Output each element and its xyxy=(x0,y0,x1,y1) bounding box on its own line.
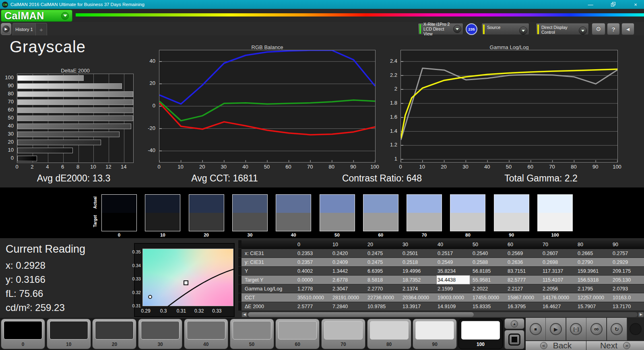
table-cell[interactable]: 2.6778 xyxy=(332,276,367,284)
source-dropdown[interactable]: Source xyxy=(481,23,529,35)
table-cell[interactable]: 0.2929 xyxy=(612,258,644,266)
patch-window-size-button[interactable] xyxy=(504,330,524,349)
table-cell[interactable]: 205.130 xyxy=(612,276,644,284)
collapse-panel-button[interactable]: ◀ xyxy=(621,23,634,35)
close-button[interactable]: × xyxy=(630,2,641,8)
table-cell[interactable]: 56.8185 xyxy=(472,267,507,275)
table-cell[interactable]: 10163.0 xyxy=(612,293,644,302)
scroll-right-icon[interactable]: ▶ xyxy=(638,312,644,317)
patch-button-20[interactable]: 20 xyxy=(92,319,136,349)
patch-button-80[interactable]: 80 xyxy=(367,319,411,349)
table-cell[interactable]: 16.3795 xyxy=(507,302,542,311)
table-cell[interactable]: 2.2127 xyxy=(507,284,542,293)
patch-button-50[interactable]: 50 xyxy=(230,319,274,349)
patch-button-60[interactable]: 60 xyxy=(275,319,320,349)
minimize-button[interactable]: — xyxy=(585,2,596,8)
table-cell[interactable]: 10.9785 xyxy=(367,302,402,311)
table-row-handle[interactable] xyxy=(238,302,242,311)
table-cell[interactable]: 0.2357 xyxy=(297,258,332,266)
help-button[interactable]: ? xyxy=(607,23,620,35)
continuous-button[interactable]: ∞ xyxy=(586,318,607,340)
table-cell[interactable]: 0.2409 xyxy=(332,258,367,266)
table-cell[interactable]: 0.2588 xyxy=(472,258,507,266)
table-cell[interactable]: 1.3442 xyxy=(332,267,367,275)
table-row-handle[interactable] xyxy=(238,267,242,276)
play-button[interactable]: ▶ xyxy=(546,318,566,340)
table-cell[interactable]: 2.5777 xyxy=(297,302,332,311)
table-cell[interactable]: 16.4627 xyxy=(542,302,577,311)
layout-expander-button[interactable]: ▶ xyxy=(1,23,11,35)
table-row-handle[interactable] xyxy=(238,249,242,258)
table-cell[interactable]: 13.3917 xyxy=(402,302,437,311)
settings-button[interactable]: ⚙ xyxy=(592,23,605,35)
table-cell[interactable]: 18.7352 xyxy=(402,276,437,284)
table-cell[interactable]: 0.2475 xyxy=(367,258,402,266)
restore-button[interactable] xyxy=(608,2,618,8)
table-cell[interactable]: 19.4996 xyxy=(402,267,437,275)
table-row-handle[interactable] xyxy=(238,258,242,267)
table-cell[interactable]: 0.2790 xyxy=(577,258,612,266)
table-cell[interactable]: 12257.0000 xyxy=(577,293,612,302)
table-cell[interactable]: 0.2501 xyxy=(402,249,437,257)
table-cell[interactable]: 1.2778 xyxy=(297,284,332,293)
table-cell[interactable]: 82.5777 xyxy=(507,276,542,284)
table-cell[interactable]: 2.3047 xyxy=(332,284,367,293)
table-cell[interactable]: 2.2022 xyxy=(472,284,507,293)
table-cell[interactable]: 2.0793 xyxy=(612,284,644,293)
table-cell[interactable]: 2.2770 xyxy=(367,284,402,293)
table-cell[interactable]: 13.7170 xyxy=(612,302,644,311)
table-cell[interactable]: 0.2420 xyxy=(332,249,367,257)
table-cell[interactable]: 34.4438 xyxy=(437,276,470,284)
table-cell[interactable]: 0.2518 xyxy=(402,258,437,266)
table-cell[interactable]: 35.8234 xyxy=(437,267,472,275)
patch-button-10[interactable]: 10 xyxy=(47,319,91,349)
table-cell[interactable]: 15867.0000 xyxy=(507,293,542,302)
patch-size-up-button[interactable]: ▲ xyxy=(504,318,524,329)
tab-add-button[interactable]: + xyxy=(36,23,47,35)
table-cell[interactable]: 8.5818 xyxy=(367,276,402,284)
table-cell[interactable]: 28191.0000 xyxy=(332,293,367,302)
table-cell[interactable]: 6.6395 xyxy=(367,267,402,275)
meter-dropdown[interactable]: X-Rite i1Pro 2LCD Direct View xyxy=(418,23,463,35)
table-cell[interactable]: 115.4107 xyxy=(542,276,577,284)
table-cell[interactable]: 117.3137 xyxy=(542,267,577,275)
patch-button-70[interactable]: 70 xyxy=(321,319,365,349)
table-cell[interactable]: 0.2475 xyxy=(367,249,402,257)
table-cell[interactable]: 83.7151 xyxy=(507,267,542,275)
table-cell[interactable]: 15.8335 xyxy=(472,302,507,311)
table-row-handle[interactable] xyxy=(238,284,242,293)
patch-button-30[interactable]: 30 xyxy=(138,319,182,349)
table-cell[interactable]: 15.7907 xyxy=(577,302,612,311)
table-cell[interactable]: 17455.0000 xyxy=(472,293,507,302)
table-cell[interactable]: 0.2540 xyxy=(472,249,507,257)
back-button[interactable]: « Back xyxy=(526,341,586,350)
table-cell[interactable]: 0.2549 xyxy=(437,258,472,266)
patch-button-0[interactable]: 0 xyxy=(1,319,45,349)
table-cell[interactable]: 14176.0000 xyxy=(542,293,577,302)
table-cell[interactable]: 7.2840 xyxy=(332,302,367,311)
table-cell[interactable]: 0.4002 xyxy=(297,267,332,275)
scrollbar-track[interactable] xyxy=(248,312,638,317)
table-cell[interactable]: 14.9109 xyxy=(437,302,472,311)
table-cell[interactable]: 209.175 xyxy=(612,267,644,275)
table-cell[interactable]: 0.2636 xyxy=(507,258,542,266)
table-cell[interactable]: 35510.0000 xyxy=(297,293,332,302)
scrollbar-thumb[interactable] xyxy=(248,312,474,317)
display-control-dropdown[interactable]: Direct Display Control xyxy=(536,23,589,35)
table-cell[interactable]: 55.9581 xyxy=(472,276,507,284)
table-cell[interactable]: 0.2569 xyxy=(507,249,542,257)
table-cell[interactable]: 22736.0000 xyxy=(367,293,402,302)
table-cell[interactable]: 19003.0000 xyxy=(437,293,472,302)
loop-button[interactable]: ↻ xyxy=(607,318,627,340)
table-cell[interactable]: 156.5318 xyxy=(577,276,612,284)
table-cell[interactable]: 0.2517 xyxy=(437,249,472,257)
table-cell[interactable]: 159.3961 xyxy=(577,267,612,275)
table-row-handle[interactable] xyxy=(238,276,242,284)
table-cell[interactable]: 20364.0000 xyxy=(402,293,437,302)
table-row-handle[interactable] xyxy=(238,293,242,302)
patch-button-100[interactable]: 100 xyxy=(458,319,503,349)
table-cell[interactable]: 0.0000 xyxy=(297,276,332,284)
series-button[interactable]: [··] xyxy=(566,318,586,340)
patch-button-90[interactable]: 90 xyxy=(413,319,457,349)
table-cell[interactable]: 0.2665 xyxy=(577,249,612,257)
